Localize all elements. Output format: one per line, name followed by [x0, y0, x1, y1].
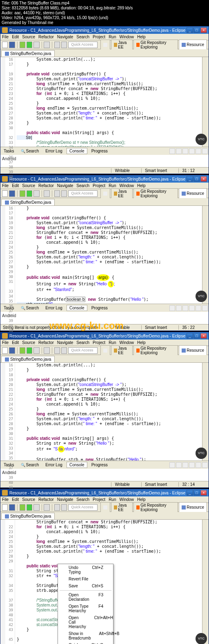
perspective-open[interactable]: [100, 345, 110, 356]
open-task-icon[interactable]: [44, 190, 49, 197]
menu-edit[interactable]: Edit: [12, 497, 19, 502]
menu-window[interactable]: Window: [119, 35, 134, 39]
vertical-scrollbar[interactable]: [202, 520, 209, 644]
menu-search[interactable]: Search: [76, 183, 89, 188]
progress-tab[interactable]: Progress: [89, 148, 110, 154]
menu-search[interactable]: Search: [76, 35, 89, 39]
line-gutter[interactable]: 16171819202122232425262728293031 3334353…: [5, 206, 15, 304]
editor-tab[interactable]: StringBufferDemo.java: [1, 356, 55, 362]
console-min-icon[interactable]: [196, 462, 201, 468]
menu-file[interactable]: File: [2, 183, 9, 188]
extern-tools-icon[interactable]: [33, 504, 39, 511]
open-task-icon[interactable]: [44, 42, 49, 48]
code-editor[interactable]: System.out.println(...); } private void …: [15, 57, 202, 147]
perspective-javaee[interactable]: Java EE: [111, 40, 133, 50]
menu-refactor[interactable]: Refactor: [38, 183, 54, 188]
vertical-scrollbar[interactable]: [202, 57, 209, 147]
line-gutter[interactable]: 1617181920212223242526272829303132333435…: [5, 363, 15, 461]
perspective-resource[interactable]: Resource: [179, 345, 207, 356]
run-icon[interactable]: [27, 42, 32, 48]
ctx-revert[interactable]: Revert File: [58, 576, 113, 582]
line-gutter[interactable]: 1617 192021222324252627282930 323334 363…: [5, 57, 15, 147]
console-tab[interactable]: Console: [67, 462, 87, 468]
titlebar[interactable]: Resource - C1_AdvancedJavaProgramming_L6…: [0, 332, 209, 340]
marker-bar[interactable]: [0, 57, 5, 147]
menu-help[interactable]: Help: [137, 183, 146, 188]
menu-navigate[interactable]: Navigate: [57, 35, 73, 39]
console-pin-icon[interactable]: [176, 305, 182, 311]
errorlog-tab[interactable]: Error Log: [43, 462, 65, 468]
perspective-resource[interactable]: Resource: [179, 188, 207, 199]
menu-run[interactable]: Run: [109, 35, 116, 39]
marker-bar[interactable]: [0, 363, 5, 461]
line-gutter[interactable]: 2223242526272829 3132 3435 3738394041424…: [5, 520, 15, 644]
editor-tab[interactable]: StringBufferDemo.java: [1, 199, 55, 205]
menu-refactor[interactable]: Refactor: [38, 35, 54, 39]
search-tab[interactable]: 🔍Search: [18, 462, 42, 468]
vertical-scrollbar[interactable]: [202, 206, 209, 304]
console-open-icon[interactable]: [189, 462, 195, 468]
code-editor[interactable]: } private void concatStringBuffer() { Sy…: [15, 206, 202, 304]
quick-access-input[interactable]: Quick Access: [68, 190, 98, 197]
menu-window[interactable]: Window: [119, 497, 134, 502]
perspective-resource[interactable]: Resource: [179, 502, 207, 513]
nav-back-icon[interactable]: [54, 42, 60, 48]
debug-icon[interactable]: [20, 504, 25, 511]
perspective-javaee[interactable]: Java EE: [111, 345, 133, 356]
nav-back-icon[interactable]: [54, 347, 60, 354]
open-task-icon[interactable]: [44, 504, 49, 511]
perspective-git[interactable]: Git Repository Exploring: [133, 345, 178, 356]
menu-navigate[interactable]: Navigate: [57, 340, 73, 345]
ctx-quick-outline[interactable]: Quick OutlineCtrl+O: [58, 642, 113, 644]
nav-back-icon[interactable]: [54, 504, 60, 511]
open-task-icon[interactable]: [44, 347, 49, 354]
ctx-open-type-hierarchy[interactable]: Open Type HierarchyF4: [58, 603, 113, 614]
console-tab[interactable]: Console: [67, 148, 87, 154]
menu-project[interactable]: Project: [93, 497, 105, 502]
ctx-show-in-breadcrumb[interactable]: Show in BreadcrumbAlt+Shift+B: [58, 630, 113, 642]
ctx-open-declaration[interactable]: Open DeclarationF3: [58, 591, 113, 603]
editor-tab[interactable]: StringBufferDemo.java: [1, 513, 55, 519]
debug-icon[interactable]: [20, 190, 25, 197]
menu-navigate[interactable]: Navigate: [57, 497, 73, 502]
minimize-button[interactable]: _: [187, 333, 193, 339]
save-icon[interactable]: [9, 42, 15, 48]
ctx-open-call-hierarchy[interactable]: Open Call HierarchyCtrl+Alt+H: [58, 614, 113, 630]
menu-search[interactable]: Search: [76, 340, 89, 345]
menu-run[interactable]: Run: [109, 340, 116, 345]
progress-tab[interactable]: Progress: [89, 462, 110, 468]
quick-access-input[interactable]: Quick Access: [68, 347, 98, 354]
menu-run[interactable]: Run: [109, 183, 116, 188]
menu-navigate[interactable]: Navigate: [57, 183, 73, 188]
perspective-javaee[interactable]: Java EE: [111, 188, 133, 199]
marker-bar[interactable]: [0, 206, 5, 304]
menu-window[interactable]: Window: [119, 340, 134, 345]
menu-run[interactable]: Run: [109, 497, 116, 502]
menu-file[interactable]: File: [2, 497, 9, 502]
menu-help[interactable]: Help: [137, 497, 146, 502]
perspective-git[interactable]: Git Repository Exploring: [133, 188, 178, 199]
minimize-button[interactable]: _: [187, 490, 193, 496]
ctx-undo[interactable]: Undo TypingCtrl+Z: [58, 564, 113, 576]
menu-source[interactable]: Source: [22, 35, 35, 39]
run-icon[interactable]: [27, 504, 32, 511]
nav-back-icon[interactable]: [54, 190, 60, 197]
perspective-open[interactable]: [100, 502, 110, 513]
console-max-icon[interactable]: [202, 148, 208, 154]
titlebar[interactable]: Resource - C1_AdvancedJavaProgramming_L6…: [0, 175, 209, 183]
console-display-icon[interactable]: [182, 305, 188, 311]
debug-icon[interactable]: [20, 42, 25, 48]
console-open-icon[interactable]: [189, 305, 195, 311]
menu-source[interactable]: Source: [22, 183, 35, 188]
console-clear-icon[interactable]: [169, 305, 175, 311]
minimize-button[interactable]: _: [187, 27, 193, 33]
maximize-button[interactable]: □: [193, 176, 200, 182]
close-button[interactable]: ×: [200, 490, 207, 496]
errorlog-tab[interactable]: Error Log: [43, 148, 65, 154]
console-min-icon[interactable]: [196, 148, 201, 154]
quick-access-input[interactable]: Quick Access: [68, 504, 98, 511]
search-tab[interactable]: 🔍Search: [18, 148, 42, 154]
menu-project[interactable]: Project: [93, 35, 105, 39]
perspective-git[interactable]: Git Repository Exploring: [133, 40, 178, 50]
console-clear-icon[interactable]: [169, 148, 175, 154]
